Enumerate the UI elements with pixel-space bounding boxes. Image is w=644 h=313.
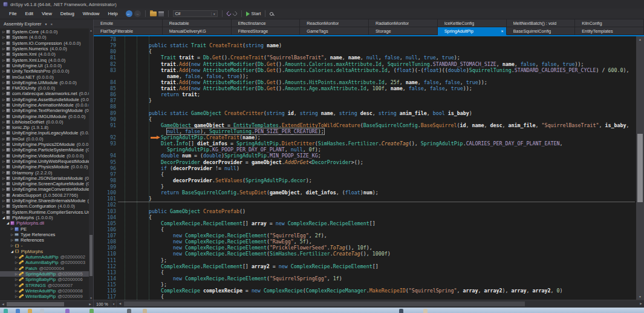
scrollbar-thumb[interactable] [637, 134, 643, 202]
collapsed-arrow-icon[interactable]: ▷ [1, 53, 6, 56]
line-number[interactable]: 83 [94, 67, 125, 73]
code-line-96[interactable]: 96if (decorProvider != null) [94, 165, 644, 171]
sidebar-vertical-scrollbar[interactable]: ▲ ▼ [89, 28, 93, 300]
code-line-92[interactable]: 92SpringAdultPip.CreateTrait(name); [94, 134, 644, 140]
taskbar-icon[interactable] [423, 309, 428, 313]
expanded-arrow-icon[interactable]: ◢ [1, 216, 6, 219]
menu-file[interactable]: File [5, 10, 21, 18]
tab-EffectInstance[interactable]: EffectInstance [232, 19, 301, 27]
line-number[interactable]: 114 [94, 275, 125, 282]
navigate-back-icon[interactable]: ← [126, 10, 132, 17]
collapsed-arrow-icon[interactable]: ▷ [1, 109, 6, 112]
line-number[interactable]: 100 [94, 189, 125, 196]
line-number[interactable]: 84 [94, 79, 125, 85]
code-line-102[interactable]: 102 [94, 202, 644, 208]
taskbar-icon[interactable] [4, 309, 8, 313]
collapsed-arrow-icon[interactable]: ▷ [1, 70, 6, 73]
scroll-up-icon[interactable]: ▲ [636, 36, 644, 42]
tree-item-UnityEngine.VideoModule[interactable]: ▷UnityEngine.VideoModule(0.0.0.0) [0, 153, 93, 159]
line-number[interactable]: 97 [94, 171, 125, 177]
expanded-arrow-icon[interactable]: ◢ [5, 222, 10, 225]
code-line-100[interactable]: 100return BaseSquirrelConfig.SetupDiet(g… [94, 189, 644, 196]
search-icon[interactable] [270, 12, 273, 16]
taskbar-icon[interactable] [28, 309, 32, 313]
code-line-79[interactable]: 79public static Trait CreateTrait(string… [94, 42, 644, 48]
code-line-98[interactable]: 98decorProvider.SetValues(SpringAdultPip… [94, 177, 644, 183]
collapsed-arrow-icon[interactable]: ▷ [1, 194, 6, 197]
code-line-104[interactable]: 104{ [94, 214, 644, 220]
collapsed-arrow-icon[interactable]: ▷ [14, 267, 19, 270]
collapsed-arrow-icon[interactable]: ▷ [14, 283, 19, 286]
collapsed-arrow-icon[interactable]: ▷ [1, 120, 6, 124]
taskbar-icon[interactable] [143, 309, 147, 313]
collapsed-arrow-icon[interactable]: ▷ [1, 143, 6, 146]
collapsed-arrow-icon[interactable]: ▷ [1, 87, 6, 90]
line-number[interactable]: 101 [94, 196, 125, 202]
code-line-89[interactable]: 89public static GameObject CreateCritter… [94, 110, 644, 116]
tree-item-UnityEngine.InputLegacyModule[interactable]: ▷UnityEngine.InputLegacyModule(0.0.0.0) [0, 130, 93, 136]
line-number[interactable]: 110 [94, 251, 125, 257]
code-line-106[interactable]: 106{ [94, 226, 644, 232]
tree-item-SpringBabyPip[interactable]: ▷SpringBabyPip@02000006 [0, 277, 93, 282]
tree-item-com.rlabrecque.steamworks.net[interactable]: ▷com.rlabrecque.steamworks.net(0.0.0.0) [0, 91, 93, 96]
tree-item-PipMorphs[interactable]: ◢PipMorphs(1.0.0.0) [0, 215, 93, 220]
code-line-81[interactable]: 81Trait trait = Db.Get().CreateTrait("Sq… [94, 54, 644, 61]
tab-SpringAdultPip[interactable]: SpringAdultPip× [438, 27, 507, 35]
line-number[interactable]: 93 [94, 140, 125, 147]
menu-debug[interactable]: Debug [56, 10, 79, 18]
tree-item-ImGui[interactable]: ▷ImGui(0.0.0.0) [0, 136, 93, 142]
collapsed-arrow-icon[interactable]: ▷ [1, 30, 6, 33]
tree-item-UnityEngine.TextRenderingModule[interactable]: ▷UnityEngine.TextRenderingModule(0.0.0.0… [0, 108, 93, 113]
scrollbar-thumb[interactable] [89, 235, 93, 275]
tree-item-UnityEngine.UIModule[interactable]: ▷UnityEngine.UIModule(0.0.0.0) [0, 80, 93, 85]
code-line-91[interactable]: 91GameObject gameObject = EntityTemplate… [94, 122, 644, 128]
tree-item-UnityEngine.JSONSerializeModule[interactable]: ▷UnityEngine.JSONSerializeModule(0.0.0.0… [0, 176, 93, 181]
tree-item-AutumnBabyPip[interactable]: ▷AutumnBabyPip@02000003 [0, 260, 93, 265]
collapsed-arrow-icon[interactable]: ▷ [1, 205, 6, 208]
collapsed-arrow-icon[interactable]: ▷ [1, 115, 6, 118]
tab-MeltNextBatch() : void[interactable]: MeltNextBatch() : void [507, 19, 576, 27]
line-number[interactable]: 103 [94, 208, 125, 214]
pane-close-icon[interactable]: × [51, 22, 53, 26]
tree-item-System.Configuration[interactable]: ▷System.Configuration(4.0.0.0) [0, 203, 93, 209]
tree-item-ArabicSupport[interactable]: ▷ArabicSupport(1.0.5608.27766) [0, 193, 93, 198]
tree-item-WinterBabyPip[interactable]: ▷WinterBabyPip@02000009 [0, 294, 93, 299]
line-number[interactable]: 113 [94, 269, 125, 275]
redo-icon[interactable] [232, 11, 238, 17]
collapsed-arrow-icon[interactable]: ▷ [10, 244, 15, 247]
collapsed-arrow-icon[interactable]: ▷ [1, 98, 6, 101]
tab-FlatTagFilterable[interactable]: FlatTagFilterable [94, 27, 163, 35]
collapsed-arrow-icon[interactable]: ▷ [14, 289, 19, 292]
collapsed-arrow-icon[interactable]: ▷ [1, 165, 6, 168]
code-line-101[interactable]: 101} [94, 196, 644, 202]
line-number[interactable]: 95 [94, 159, 125, 165]
line-number[interactable]: 96 [94, 165, 125, 171]
collapsed-arrow-icon[interactable]: ▷ [1, 59, 6, 62]
collapsed-arrow-icon[interactable]: ▷ [1, 171, 6, 174]
tree-item-UnityEngine.ScreenCaptureModule[interactable]: ▷UnityEngine.ScreenCaptureModule(0.0.0.0… [0, 181, 93, 186]
collapsed-arrow-icon[interactable]: ▷ [1, 188, 6, 191]
tab-KilnConfig[interactable]: KilnConfig [575, 19, 644, 27]
scrollbar-thumb[interactable] [7, 302, 64, 306]
line-number[interactable]: 87 [94, 97, 125, 104]
tree-item-UnityEngine.IMGUIModule[interactable]: ▷UnityEngine.IMGUIModule(0.0.0.0) [0, 113, 93, 119]
code-line-97[interactable]: 97{ [94, 171, 644, 177]
sidebar-horizontal-scrollbar[interactable]: ◀ ▶ [0, 300, 93, 308]
line-number[interactable]: 91 [94, 122, 125, 128]
tree-item-References[interactable]: ▷References [0, 237, 93, 243]
taskbar-icon[interactable] [399, 309, 403, 313]
line-number[interactable]: 99 [94, 183, 125, 189]
tree-item-FMODUnity[interactable]: ▷FMODUnity(0.0.0.0) [0, 85, 93, 91]
code-line-84[interactable]: 84trait.Add(new AttributeModifier(Db.Get… [94, 79, 644, 85]
tab-close-icon[interactable]: × [498, 29, 503, 33]
collapsed-arrow-icon[interactable]: ▷ [14, 278, 19, 281]
code-line-112[interactable]: 112ComplexRecipe.RecipeElement[] array2 … [94, 263, 644, 269]
collapsed-arrow-icon[interactable]: ▷ [10, 227, 15, 230]
tree-item-Patch[interactable]: ▷Patch@02000004 [0, 265, 93, 271]
code-line-99[interactable]: 99} [94, 183, 644, 189]
collapsed-arrow-icon[interactable]: ▷ [14, 261, 19, 264]
line-number[interactable]: 79 [94, 42, 125, 48]
tab-Storage[interactable]: Storage [369, 27, 438, 35]
line-number[interactable]: 108 [94, 239, 125, 245]
tree-item-PE[interactable]: ▷PE [0, 226, 93, 231]
